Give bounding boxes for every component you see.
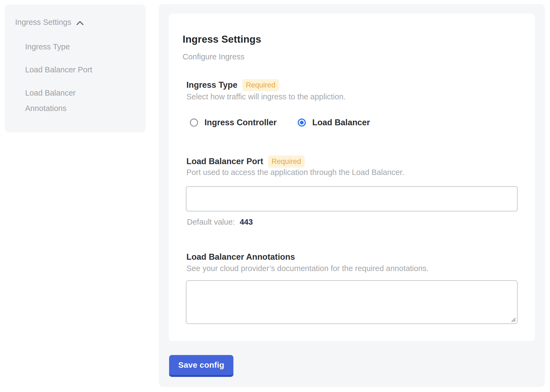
page-subtitle: Configure Ingress bbox=[183, 52, 244, 61]
sidebar-item-ingress-type[interactable]: Ingress Type bbox=[25, 39, 70, 55]
radio-option-load-balancer[interactable]: Load Balancer bbox=[298, 118, 370, 127]
sidebar-group-label: Ingress Settings bbox=[15, 18, 71, 27]
lb-annotations-label: Load Balancer Annotations bbox=[186, 252, 295, 262]
ingress-settings-page: Ingress Settings Ingress Type Load Balan… bbox=[0, 0, 550, 392]
ingress-type-label: Ingress Type bbox=[186, 80, 237, 90]
lb-port-label: Load Balancer Port bbox=[186, 157, 263, 166]
save-config-button[interactable]: Save config bbox=[169, 355, 233, 375]
chevron-up-icon bbox=[76, 21, 84, 25]
sidebar-item-load-balancer-annotations[interactable]: Load Balancer Annotations bbox=[25, 85, 95, 116]
radio-checked-icon[interactable] bbox=[298, 119, 306, 127]
sidebar-item-load-balancer-port[interactable]: Load Balancer Port bbox=[25, 62, 92, 77]
lb-port-description: Port used to access the application thro… bbox=[186, 168, 404, 177]
lb-annotations-heading-row: Load Balancer Annotations bbox=[186, 251, 295, 263]
default-value-number: 443 bbox=[240, 218, 253, 226]
default-value-label: Default value: bbox=[187, 218, 235, 226]
default-value-line: Default value: 443 bbox=[187, 218, 253, 227]
radio-label-ingress-controller: Ingress Controller bbox=[204, 118, 277, 127]
lb-annotations-description: See your cloud provider’s documentation … bbox=[186, 264, 429, 273]
radio-label-load-balancer: Load Balancer bbox=[312, 118, 370, 127]
lb-port-heading-row: Load Balancer Port Required bbox=[186, 155, 305, 168]
radio-unchecked-icon[interactable] bbox=[190, 119, 198, 127]
load-balancer-annotations-textarea[interactable] bbox=[186, 280, 518, 324]
settings-sidebar: Ingress Settings Ingress Type Load Balan… bbox=[5, 5, 146, 132]
ingress-type-heading-row: Ingress Type Required bbox=[186, 79, 279, 91]
required-badge: Required bbox=[242, 79, 279, 91]
main-panel: Ingress Settings Configure Ingress Ingre… bbox=[159, 4, 545, 387]
ingress-settings-card: Ingress Settings Configure Ingress Ingre… bbox=[169, 13, 535, 341]
page-title: Ingress Settings bbox=[183, 34, 261, 45]
required-badge: Required bbox=[268, 156, 305, 168]
lb-annotations-textarea-wrap bbox=[186, 280, 518, 324]
ingress-type-description: Select how traffic will ingress to the a… bbox=[186, 92, 346, 101]
sidebar-group-ingress-settings[interactable]: Ingress Settings bbox=[15, 18, 84, 27]
load-balancer-port-input[interactable] bbox=[186, 186, 518, 211]
radio-option-ingress-controller[interactable]: Ingress Controller bbox=[190, 118, 277, 127]
